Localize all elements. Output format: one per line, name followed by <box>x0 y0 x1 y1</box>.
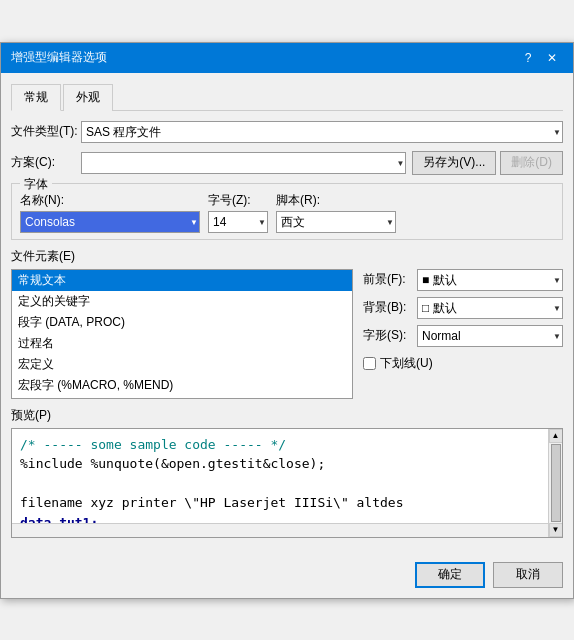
font-size-select[interactable]: 14 <box>208 211 268 233</box>
properties-panel: 前景(F): ■ 默认 ▼ 背景(B): □ 默认 <box>363 269 563 399</box>
list-box-wrapper: 常规文本定义的关键字段字 (DATA, PROC)过程名宏定义宏段字 (%MAC… <box>11 269 353 399</box>
file-type-row: 文件类型(T): SAS 程序文件 ▼ <box>11 121 563 143</box>
preview-content: /* ----- some sample code ----- */ %incl… <box>12 429 562 538</box>
tab-appearance[interactable]: 外观 <box>63 84 113 111</box>
scheme-label: 方案(C): <box>11 154 81 171</box>
preview-section: 预览(P) /* ----- some sample code ----- */… <box>11 407 563 538</box>
underline-text: 下划线(U) <box>380 355 433 372</box>
cancel-button[interactable]: 取消 <box>493 562 563 588</box>
font-script-label: 脚本(R): <box>276 192 396 209</box>
close-button[interactable]: ✕ <box>541 49 563 67</box>
file-elements-section: 文件元素(E) 常规文本定义的关键字段字 (DATA, PROC)过程名宏定义宏… <box>11 248 563 399</box>
file-type-select-wrapper: SAS 程序文件 ▼ <box>81 121 563 143</box>
foreground-select-wrapper: ■ 默认 ▼ <box>417 269 563 291</box>
font-size-col: 字号(Z): 14 ▼ <box>208 192 268 233</box>
background-row: 背景(B): □ 默认 ▼ <box>363 297 563 319</box>
font-name-col: 名称(N): Consolas ▼ <box>20 192 200 233</box>
list-item[interactable]: 宏定义 <box>12 354 352 375</box>
tab-general[interactable]: 常规 <box>11 84 61 111</box>
preview-box: /* ----- some sample code ----- */ %incl… <box>11 428 563 538</box>
underline-row: 下划线(U) <box>363 355 563 372</box>
font-script-select-wrapper: 西文 ▼ <box>276 211 396 233</box>
dialog-footer: 确定 取消 <box>1 556 573 598</box>
font-name-select-wrapper: Consolas ▼ <box>20 211 200 233</box>
dialog-title: 增强型编辑器选项 <box>11 49 107 66</box>
tab-bar: 常规 外观 <box>11 83 563 111</box>
list-item[interactable]: 定义的关键字 <box>12 291 352 312</box>
font-script-col: 脚本(R): 西文 ▼ <box>276 192 396 233</box>
underline-checkbox[interactable] <box>363 357 376 370</box>
ok-button[interactable]: 确定 <box>415 562 485 588</box>
preview-line-3 <box>20 474 554 494</box>
foreground-select[interactable]: ■ 默认 <box>417 269 563 291</box>
scheme-select-wrapper: ▼ <box>81 152 406 174</box>
font-size-label: 字号(Z): <box>208 192 268 209</box>
file-elements-label: 文件元素(E) <box>11 248 563 265</box>
underline-label[interactable]: 下划线(U) <box>363 355 433 372</box>
style-label: 字形(S): <box>363 327 413 344</box>
title-bar: 增强型编辑器选项 ? ✕ <box>1 43 573 73</box>
font-name-label: 名称(N): <box>20 192 200 209</box>
preview-line-1: /* ----- some sample code ----- */ <box>20 435 554 455</box>
style-select[interactable]: Normal Bold Italic Bold Italic <box>417 325 563 347</box>
background-select[interactable]: □ 默认 <box>417 297 563 319</box>
save-as-button[interactable]: 另存为(V)... <box>412 151 496 175</box>
list-item[interactable]: 宏段字 (%MACRO, %MEND) <box>12 375 352 396</box>
scroll-thumb[interactable] <box>551 444 561 522</box>
font-row: 名称(N): Consolas ▼ 字号(Z): 14 ▼ <box>20 192 554 233</box>
preview-label: 预览(P) <box>11 407 563 424</box>
file-elements-content: 常规文本定义的关键字段字 (DATA, PROC)过程名宏定义宏段字 (%MAC… <box>11 269 563 399</box>
list-item[interactable]: 常规文本 <box>12 270 352 291</box>
scheme-row: 方案(C): ▼ 另存为(V)... 删除(D) <box>11 151 563 175</box>
preview-line-4: filename xyz printer \"HP Laserjet IIISi… <box>20 493 554 513</box>
list-item[interactable]: 段字 (DATA, PROC) <box>12 312 352 333</box>
help-button[interactable]: ? <box>517 49 539 67</box>
font-group: 字体 名称(N): Consolas ▼ 字号(Z): 14 <box>11 183 563 240</box>
scheme-select[interactable] <box>81 152 406 174</box>
title-bar-controls: ? ✕ <box>517 49 563 67</box>
list-item[interactable]: 过程名 <box>12 333 352 354</box>
dialog: 增强型编辑器选项 ? ✕ 常规 外观 文件类型(T): SAS 程序文件 ▼ 方… <box>0 42 574 599</box>
preview-scrollbar-h[interactable] <box>12 523 548 537</box>
style-row: 字形(S): Normal Bold Italic Bold Italic ▼ <box>363 325 563 347</box>
preview-scrollbar-v[interactable]: ▲ ▼ <box>548 429 562 537</box>
file-type-select[interactable]: SAS 程序文件 <box>81 121 563 143</box>
dialog-body: 常规 外观 文件类型(T): SAS 程序文件 ▼ 方案(C): ▼ 另存为(V… <box>1 73 573 556</box>
font-name-select[interactable]: Consolas <box>20 211 200 233</box>
foreground-row: 前景(F): ■ 默认 ▼ <box>363 269 563 291</box>
font-script-select[interactable]: 西文 <box>276 211 396 233</box>
foreground-label: 前景(F): <box>363 271 413 288</box>
scroll-up-icon[interactable]: ▲ <box>549 429 563 443</box>
background-label: 背景(B): <box>363 299 413 316</box>
delete-button[interactable]: 删除(D) <box>500 151 563 175</box>
font-size-select-wrapper: 14 ▼ <box>208 211 268 233</box>
background-select-wrapper: □ 默认 ▼ <box>417 297 563 319</box>
file-elements-list[interactable]: 常规文本定义的关键字段字 (DATA, PROC)过程名宏定义宏段字 (%MAC… <box>11 269 353 399</box>
list-item[interactable]: 宏关键字 <box>12 396 352 399</box>
file-type-label: 文件类型(T): <box>11 123 81 140</box>
preview-line-2: %include %unquote(&open.gtestit&close); <box>20 454 554 474</box>
scroll-down-icon[interactable]: ▼ <box>549 523 563 537</box>
style-select-wrapper: Normal Bold Italic Bold Italic ▼ <box>417 325 563 347</box>
font-group-label: 字体 <box>20 176 52 193</box>
